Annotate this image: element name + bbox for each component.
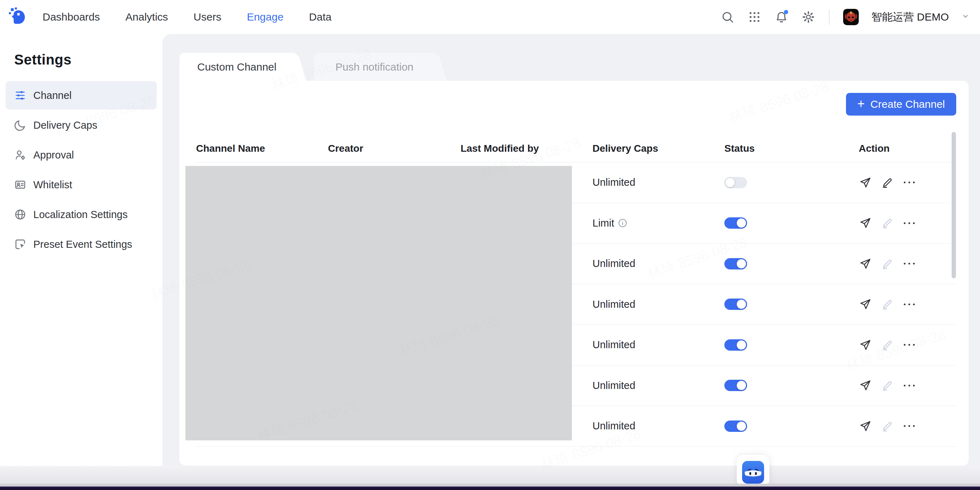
preset-cursor-icon <box>14 238 26 250</box>
sidebar-item-preset-events[interactable]: Preset Event Settings <box>6 230 157 258</box>
chatbot-ninja-icon <box>742 461 764 484</box>
column-header: Creator <box>328 143 461 154</box>
cell-delivery-caps: Unlimited <box>592 420 724 432</box>
edit-icon[interactable] <box>881 298 894 310</box>
sidebar-item-label: Approval <box>33 149 74 161</box>
more-ellipsis-icon[interactable] <box>903 258 915 270</box>
plus-icon: + <box>858 97 865 110</box>
status-toggle[interactable] <box>724 299 747 310</box>
cell-delivery-caps: Unlimited <box>592 380 724 391</box>
tab-edge <box>422 53 447 81</box>
redacted-content-block <box>185 166 572 441</box>
edit-icon[interactable] <box>881 176 894 189</box>
status-toggle[interactable] <box>724 339 747 351</box>
edit-icon[interactable] <box>881 379 894 392</box>
column-header: Delivery Caps <box>592 143 724 154</box>
moon-icon <box>14 119 26 131</box>
account-name[interactable]: 智能运营 DEMO <box>872 10 949 24</box>
sidebar-item-localization[interactable]: Localization Settings <box>6 200 157 229</box>
cell-action <box>859 379 956 392</box>
cell-status <box>724 177 859 188</box>
cell-action <box>859 176 956 189</box>
window-edge-strip <box>0 484 980 487</box>
toggle-knob <box>737 259 746 269</box>
edit-icon[interactable] <box>881 216 894 229</box>
gear-icon[interactable] <box>801 10 816 24</box>
edit-icon[interactable] <box>881 339 894 352</box>
edit-icon[interactable] <box>881 258 894 270</box>
send-icon[interactable] <box>859 216 872 229</box>
nav-item-users[interactable]: Users <box>194 11 221 23</box>
sidebar-item-label: Localization Settings <box>33 209 128 221</box>
send-icon[interactable] <box>859 298 872 310</box>
sidebar-item-delivery-caps[interactable]: Delivery Caps <box>6 111 157 139</box>
edit-icon[interactable] <box>881 420 894 433</box>
sliders-icon <box>14 89 26 102</box>
tab-custom-channel[interactable]: Custom Channel <box>180 53 294 81</box>
tab-push-notification[interactable]: Push notification <box>314 53 435 81</box>
sidebar-item-label: Delivery Caps <box>33 119 97 131</box>
cell-delivery-caps: Unlimited <box>592 299 724 310</box>
cell-action <box>859 420 956 433</box>
sidebar-item-label: Channel <box>33 90 72 102</box>
app-logo-icon[interactable] <box>8 8 28 27</box>
send-icon[interactable] <box>859 420 872 433</box>
delivery-caps-value: Unlimited <box>592 299 635 310</box>
cell-delivery-caps: Limit <box>592 217 724 229</box>
cell-delivery-caps: Unlimited <box>592 177 724 188</box>
more-ellipsis-icon[interactable] <box>903 339 915 352</box>
sidebar-item-approval[interactable]: Approval <box>6 141 157 169</box>
page-title: Settings <box>14 52 162 68</box>
toggle-knob <box>737 422 746 431</box>
apps-grid-icon[interactable] <box>748 10 762 24</box>
notification-bell-icon[interactable] <box>774 10 789 24</box>
cell-status <box>724 420 859 432</box>
user-gear-icon <box>14 149 26 161</box>
cell-status <box>724 339 859 351</box>
search-icon[interactable] <box>721 10 735 24</box>
more-ellipsis-icon[interactable] <box>903 216 915 229</box>
delivery-caps-value: Unlimited <box>592 380 635 391</box>
sidebar-item-whitelist[interactable]: Whitelist <box>6 170 157 199</box>
send-icon[interactable] <box>859 258 872 270</box>
more-ellipsis-icon[interactable] <box>903 420 915 433</box>
more-ellipsis-icon[interactable] <box>903 298 915 310</box>
nav-item-data[interactable]: Data <box>309 11 331 23</box>
more-ellipsis-icon[interactable] <box>903 379 915 392</box>
sidebar-item-channel[interactable]: Channel <box>6 81 157 110</box>
nav-item-engage[interactable]: Engage <box>247 11 283 23</box>
sidebar-item-label: Preset Event Settings <box>33 239 132 250</box>
tab-edge <box>282 53 306 81</box>
vertical-scrollbar-thumb[interactable] <box>951 132 956 278</box>
status-toggle[interactable] <box>724 258 747 269</box>
nav-item-dashboards[interactable]: Dashboards <box>43 11 100 23</box>
globe-icon <box>14 208 26 221</box>
toggle-knob <box>737 340 746 350</box>
delivery-caps-value: Limit <box>592 217 614 229</box>
chevron-down-icon[interactable] <box>962 13 969 22</box>
delivery-caps-value: Unlimited <box>592 258 635 269</box>
more-ellipsis-icon[interactable] <box>903 176 915 189</box>
status-toggle[interactable] <box>724 217 747 229</box>
cell-status <box>724 217 859 229</box>
send-icon[interactable] <box>859 379 872 392</box>
bottom-dark-bar <box>0 487 980 490</box>
status-toggle[interactable] <box>724 420 747 432</box>
send-icon[interactable] <box>859 339 872 352</box>
toggle-knob <box>737 300 746 309</box>
cell-delivery-caps: Unlimited <box>592 339 724 351</box>
cell-status <box>724 299 859 310</box>
send-icon[interactable] <box>859 176 872 189</box>
cell-status <box>724 380 859 391</box>
toggle-knob <box>737 381 746 390</box>
chat-assistant-button[interactable] <box>737 455 769 487</box>
nav-divider <box>829 9 830 25</box>
create-channel-button[interactable]: + Create Channel <box>846 93 956 116</box>
status-toggle[interactable] <box>724 177 747 188</box>
info-icon[interactable] <box>618 218 628 228</box>
sidebar-item-label: Whitelist <box>33 179 72 191</box>
cell-status <box>724 258 859 269</box>
status-toggle[interactable] <box>724 380 747 391</box>
avatar[interactable] <box>843 9 859 25</box>
nav-item-analytics[interactable]: Analytics <box>126 11 168 23</box>
